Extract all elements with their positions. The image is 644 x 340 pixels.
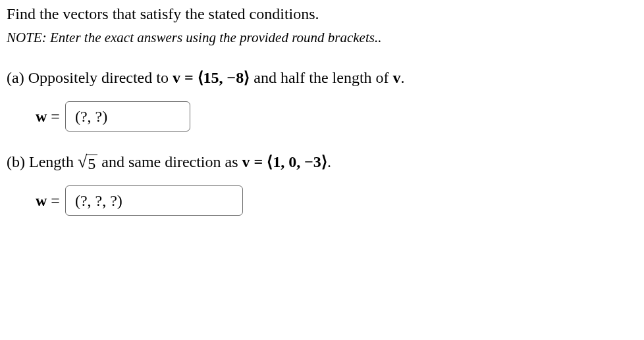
sqrt-value: 5 — [86, 155, 97, 172]
part-b-label: (b) Length — [7, 153, 78, 170]
part-a: (a) Oppositely directed to v = ⟨15, −8⟩ … — [7, 68, 637, 87]
answer-row-a: w = (?, ?) — [36, 101, 637, 132]
w-equals-a: w = — [36, 108, 60, 126]
part-a-label: (a) Oppositely directed to — [7, 69, 173, 86]
part-b-v-eq: v = ⟨1, 0, −3⟩ — [242, 153, 327, 170]
part-b: (b) Length √5 and same direction as v = … — [7, 153, 637, 171]
part-a-period: . — [401, 69, 405, 86]
answer-a-placeholder: (?, ?) — [75, 108, 107, 126]
sqrt-icon: √5 — [78, 155, 97, 172]
part-a-v-end: v — [393, 69, 401, 86]
part-b-period: . — [327, 153, 331, 170]
answer-input-b[interactable]: (?, ?, ?) — [65, 185, 243, 216]
answer-row-b: w = (?, ?, ?) — [36, 185, 637, 216]
problem-prompt: Find the vectors that satisfy the stated… — [7, 5, 637, 23]
answer-b-placeholder: (?, ?, ?) — [75, 192, 122, 210]
part-a-v-eq: v = ⟨15, −8⟩ — [173, 69, 250, 86]
part-b-mid: and same direction as — [97, 153, 242, 170]
part-a-rest: and half the length of — [250, 69, 392, 86]
answer-input-a[interactable]: (?, ?) — [65, 101, 190, 132]
problem-note: NOTE: Enter the exact answers using the … — [7, 30, 637, 46]
w-equals-b: w = — [36, 192, 60, 210]
